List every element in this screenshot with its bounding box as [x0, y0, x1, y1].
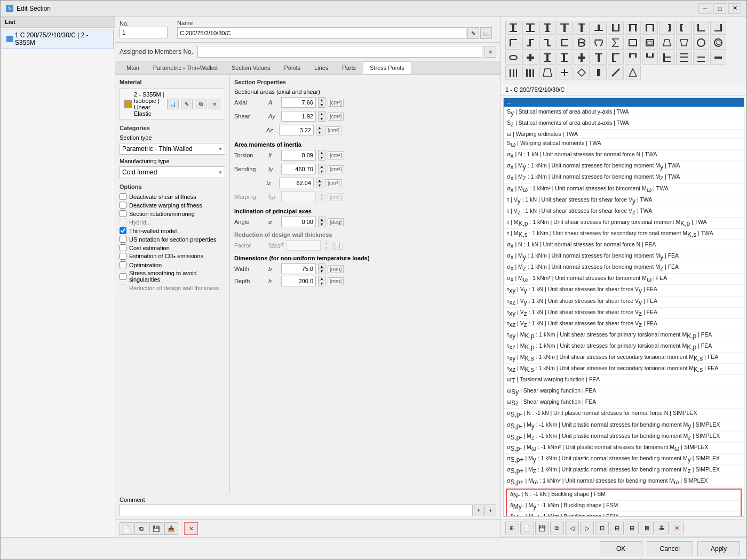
tab-parts[interactable]: Parts [335, 61, 363, 74]
stress-separator-top[interactable]: -- [504, 98, 744, 107]
stress-save-btn[interactable]: 💾 [535, 522, 549, 534]
shape-sigma[interactable] [608, 36, 624, 50]
stress-copy-btn[interactable]: ⧉ [550, 522, 564, 534]
option-2-checkbox[interactable] [120, 210, 126, 217]
shape-I2[interactable] [522, 21, 538, 35]
cancel-button[interactable]: Cancel [647, 541, 693, 556]
iz-stepper[interactable]: ▲▼ [316, 178, 323, 188]
b-stepper[interactable]: ▲▼ [318, 263, 325, 274]
it-stepper[interactable]: ▲▼ [318, 150, 325, 161]
shape-B[interactable] [574, 36, 590, 50]
stress-layout3-btn[interactable]: ⊞ [625, 522, 639, 534]
shape-I5[interactable] [557, 51, 573, 65]
stress-item-wT-FEA[interactable]: ωT | Torsional warping function | FEA [504, 375, 744, 386]
stress-item-sx-My-TWA[interactable]: σx | My : 1 kNm | Unit normal stresses f… [504, 161, 744, 172]
option-1[interactable]: Deactivate warping stiffness [120, 202, 225, 209]
comment-dropdown[interactable]: ▼ [474, 505, 483, 516]
shape-T2[interactable] [574, 21, 590, 35]
stress-item-sSp-Mz-pos-SIMPLEX[interactable]: σS,p+ | Mz : 1 kNm | Unit plastic normal… [504, 465, 744, 476]
save-button[interactable]: 💾 [149, 522, 163, 535]
shape-circle2[interactable] [710, 36, 726, 50]
stress-item-tau-MKp-TWA[interactable]: τ | MK,p : 1 kNm | Unit shear stresses f… [504, 218, 744, 229]
stress-item-sSp-My-neg-SIMPLEX[interactable]: σS,p- | My : -1 kNm | Unit plastic norma… [504, 420, 744, 431]
a-stepper[interactable]: ▲▼ [318, 97, 325, 108]
iz-value-input[interactable] [279, 178, 314, 188]
stress-item-sSp-Mz-neg-SIMPLEX[interactable]: σS,p- | Mz : -1 kNm | Unit plastic norma… [504, 431, 744, 443]
tab-stress-points[interactable]: Stress Points [363, 61, 411, 74]
option-0-checkbox[interactable] [120, 193, 126, 200]
az-value-input[interactable] [279, 125, 314, 135]
stress-right-btn[interactable]: ▷ [580, 522, 594, 534]
apply-button[interactable]: Apply [697, 541, 740, 556]
stress-item-txy-MKs-FEA[interactable]: τxy | MK,s : 1 kNm | Unit shear stresses… [504, 353, 744, 364]
delete-button[interactable]: ✕ [184, 522, 198, 535]
option-8-checkbox[interactable] [120, 261, 126, 268]
material-graph-button[interactable]: 📊 [167, 99, 179, 109]
a-value-input[interactable] [281, 97, 316, 108]
shape-r3-9[interactable] [505, 66, 521, 79]
stress-item-txz-Vy-FEA[interactable]: τxz | Vy : 1 kN | Unit shear stresses fo… [504, 297, 744, 308]
shape-T3[interactable] [591, 21, 607, 35]
stress-item-sx-Mw-TWA[interactable]: σx | Mω : 1 kNm² | Unit normal stresses … [504, 184, 744, 195]
ay-stepper[interactable]: ▲▼ [318, 111, 325, 122]
shape-U1[interactable] [608, 21, 624, 35]
option-6-checkbox[interactable] [120, 244, 126, 251]
stress-item-sSp-N-SIMPLEX[interactable]: σS,p- | N : -1 kN | Unit plastic normal … [504, 409, 744, 420]
stress-item-dMz-neg-FSM[interactable]: δMz- | Mz : -1 kNm | Buckling shape | FS… [507, 512, 741, 517]
shape-r3-1[interactable] [591, 51, 607, 65]
shape-r3-13[interactable] [574, 66, 590, 79]
option-5[interactable]: US notation for section properties [120, 236, 225, 243]
shape-L3[interactable] [505, 36, 521, 50]
iy-stepper[interactable]: ▲▼ [318, 164, 325, 174]
stress-item-tau-Vz-TWA[interactable]: τ | Vz : 1 kN | Unit shear stresses for … [504, 206, 744, 218]
stress-item-Sy[interactable]: Sy | Statical moments of area about y-ax… [504, 107, 744, 118]
stress-item-txy-Vz-FEA[interactable]: τxy | Vz : 1 kN | Unit shear stresses fo… [504, 308, 744, 319]
stress-item-dMy-neg-FSM[interactable]: δMy- | My : -1 kNm | Buckling shape | FS… [507, 501, 741, 512]
duplicate-button[interactable]: ⧉ [134, 522, 148, 535]
stress-layout2-btn[interactable]: ⊟ [610, 522, 624, 534]
shape-r3-11[interactable] [539, 66, 555, 79]
stress-item-sx-My-FEA[interactable]: σx | My : 1 kNm | Unit normal stresses f… [504, 251, 744, 262]
stress-item-tau-Vy-TWA[interactable]: τ | Vy : 1 kN | Unit shear stresses for … [504, 195, 744, 206]
material-delete-button[interactable]: ✕ [209, 99, 220, 109]
sidebar-item[interactable]: 1 C 200/75/2/10/30/C | 2 - S355M [2, 29, 114, 49]
assigned-input[interactable] [197, 46, 482, 58]
comment-field[interactable] [120, 505, 473, 516]
shape-Vtrap2[interactable] [676, 36, 692, 50]
shape-C1[interactable] [557, 36, 573, 50]
shape-rect1[interactable] [625, 36, 641, 50]
shape-r3-10[interactable] [522, 66, 538, 79]
tab-lines[interactable]: Lines [307, 61, 335, 74]
shape-n[interactable] [591, 36, 607, 50]
assigned-clear-button[interactable]: ✕ [484, 46, 496, 58]
stress-item-tau-MKs-TWA[interactable]: τ | MK,s : 1 kNm | Unit shear stresses f… [504, 229, 744, 240]
option-9-checkbox[interactable] [120, 273, 126, 280]
name-info-button[interactable]: 📖 [480, 27, 492, 39]
stress-item-wSy-FEA[interactable]: ωSy | Shear warping function | FEA [504, 386, 744, 397]
maximize-button[interactable]: □ [713, 3, 726, 14]
option-4[interactable]: Thin-walled model [120, 227, 225, 234]
shape-I3[interactable] [539, 21, 555, 35]
stress-item-txy-MKp-FEA[interactable]: τxy | MK,p : 1 kNm | Unit shear stresses… [504, 330, 744, 341]
option-4-checkbox[interactable] [120, 227, 126, 234]
stress-item-sSp-My-pos-SIMPLEX[interactable]: σS,p+ | My : 1 kNm | Unit plastic normal… [504, 454, 744, 465]
import-button[interactable]: 📥 [164, 522, 178, 535]
shape-bracket1[interactable] [659, 21, 675, 35]
option-6[interactable]: Cost estimation [120, 244, 225, 251]
tab-parametric[interactable]: Parametric - Thin-Walled [146, 61, 225, 74]
shape-r3-14[interactable] [591, 66, 607, 79]
tab-points[interactable]: Points [277, 61, 307, 74]
alpha-stepper[interactable]: ▲▼ [318, 217, 325, 227]
shape-cross1[interactable] [522, 51, 538, 65]
shape-zed[interactable] [539, 36, 555, 50]
stress-item-txz-MKs-FEA[interactable]: τxz | MK,s : 1 kNm | Unit shear stresses… [504, 364, 744, 375]
new-button[interactable]: 📄 [120, 522, 133, 535]
stress-item-sSp-Mw-neg-SIMPLEX[interactable]: σS,p- | Mω : -1 kNm² | Unit plastic norm… [504, 443, 744, 454]
option-0[interactable]: Deactivate shear stiffness [120, 193, 225, 200]
stress-item-sSp-Mw-pos-SIMPLEX[interactable]: σS,p+ | Mω : 1 kNm² | Unit normal stress… [504, 476, 744, 487]
option-5-checkbox[interactable] [120, 236, 126, 243]
stress-item-sx-Mz-FEA[interactable]: σx | Mz : 1 kNm | Unit normal stresses f… [504, 262, 744, 274]
shape-bracket2[interactable] [676, 21, 692, 35]
stress-item-txy-Vy-FEA[interactable]: τxy | Vy : 1 kN | Unit shear stresses fo… [504, 285, 744, 296]
stress-item-sx-N-TWA[interactable]: σx | N : 1 kN | Unit normal stresses for… [504, 150, 744, 161]
